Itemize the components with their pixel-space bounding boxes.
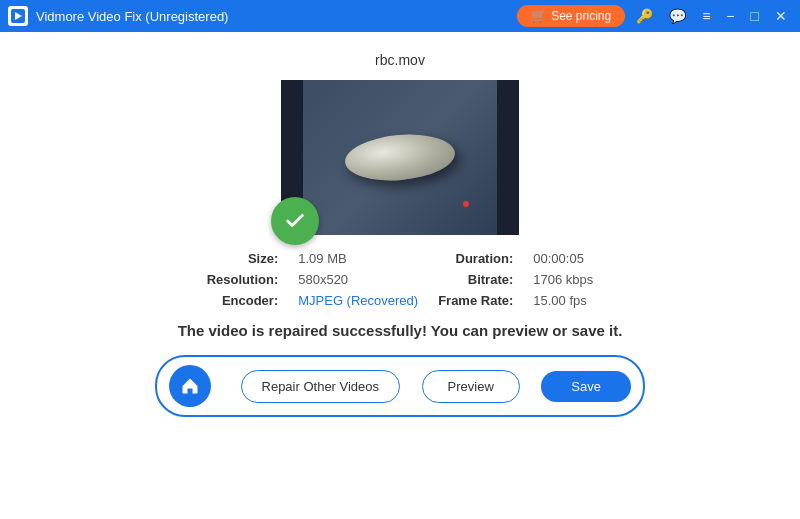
success-check-circle bbox=[271, 197, 319, 245]
framerate-value: 15.00 fps bbox=[533, 293, 593, 308]
title-left: Vidmore Video Fix (Unregistered) bbox=[8, 6, 228, 26]
maximize-button[interactable]: □ bbox=[746, 6, 764, 26]
size-label: Size: bbox=[207, 251, 279, 266]
see-pricing-button[interactable]: 🛒 See pricing bbox=[517, 5, 625, 27]
bitrate-value: 1706 kbps bbox=[533, 272, 593, 287]
resolution-value: 580x520 bbox=[298, 272, 418, 287]
key-icon-button[interactable]: 🔑 bbox=[631, 6, 658, 26]
chat-icon-button[interactable]: 💬 bbox=[664, 6, 691, 26]
preview-button[interactable]: Preview bbox=[422, 370, 520, 403]
bitrate-label: Bitrate: bbox=[438, 272, 513, 287]
close-button[interactable]: ✕ bbox=[770, 6, 792, 26]
video-metadata: Size: 1.09 MB Duration: 00:00:05 Resolut… bbox=[207, 251, 594, 308]
action-bar: Repair Other Videos Preview Save bbox=[155, 355, 645, 417]
cursor-indicator bbox=[463, 201, 469, 207]
cart-icon: 🛒 bbox=[531, 9, 546, 23]
home-button[interactable] bbox=[169, 365, 211, 407]
app-logo bbox=[8, 6, 28, 26]
encoder-label: Encoder: bbox=[207, 293, 279, 308]
see-pricing-label: See pricing bbox=[551, 9, 611, 23]
size-value: 1.09 MB bbox=[298, 251, 418, 266]
resolution-label: Resolution: bbox=[207, 272, 279, 287]
menu-icon-button[interactable]: ≡ bbox=[697, 6, 715, 26]
success-message: The video is repaired successfully! You … bbox=[178, 322, 623, 339]
encoder-value: MJPEG (Recovered) bbox=[298, 293, 418, 308]
framerate-label: Frame Rate: bbox=[438, 293, 513, 308]
title-controls: 🛒 See pricing 🔑 💬 ≡ − □ ✕ bbox=[517, 5, 792, 27]
main-content: rbc.mov Size: 1.09 MB Duration: 00:00:05… bbox=[0, 32, 800, 519]
minimize-button[interactable]: − bbox=[721, 6, 739, 26]
video-filename: rbc.mov bbox=[375, 52, 425, 68]
repair-other-videos-button[interactable]: Repair Other Videos bbox=[241, 370, 401, 403]
app-title: Vidmore Video Fix (Unregistered) bbox=[36, 9, 228, 24]
duration-value: 00:00:05 bbox=[533, 251, 593, 266]
video-shape bbox=[343, 130, 457, 184]
title-bar: Vidmore Video Fix (Unregistered) 🛒 See p… bbox=[0, 0, 800, 32]
save-button[interactable]: Save bbox=[541, 371, 631, 402]
video-thumbnail bbox=[281, 80, 519, 235]
duration-label: Duration: bbox=[438, 251, 513, 266]
